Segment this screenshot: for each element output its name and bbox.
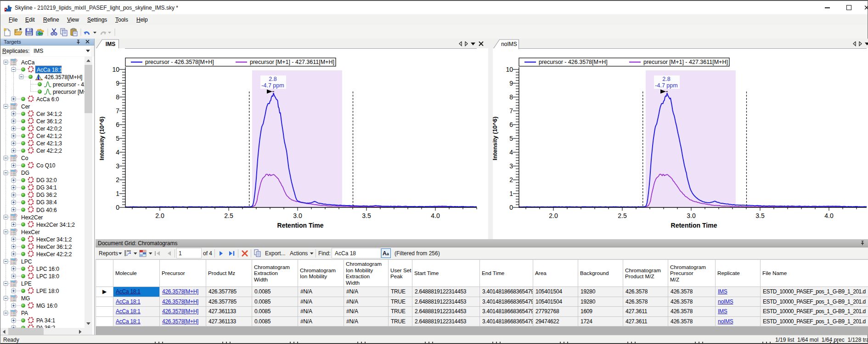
svg-text:8: 8 xyxy=(116,93,119,101)
svg-text:3: 3 xyxy=(116,162,119,170)
svg-text:2.8: 2.8 xyxy=(662,76,670,82)
svg-text:precursor [M+: precursor [M+ xyxy=(53,89,87,95)
svg-text:7: 7 xyxy=(116,107,119,115)
svg-text:7: 7 xyxy=(509,107,513,115)
svg-text:2.5: 2.5 xyxy=(618,212,627,219)
svg-text:4: 4 xyxy=(509,149,513,156)
svg-text:0: 0 xyxy=(509,204,513,211)
svg-text:1: 1 xyxy=(509,190,513,197)
svg-text:IMS: IMS xyxy=(106,41,115,47)
svg-text:LPC 18:0: LPC 18:0 xyxy=(36,273,59,280)
svg-text:LPE: LPE xyxy=(21,281,32,287)
svg-text:426.3578[M+H]: 426.3578[M+H] xyxy=(45,74,82,80)
svg-text:Cer: Cer xyxy=(21,103,30,110)
svg-text:8: 8 xyxy=(509,93,513,101)
svg-text:0: 0 xyxy=(116,204,119,211)
svg-text:Retention Time: Retention Time xyxy=(277,222,324,229)
svg-text:10: 10 xyxy=(112,66,119,73)
svg-text:10: 10 xyxy=(506,66,513,73)
svg-text:2.0: 2.0 xyxy=(549,212,558,219)
svg-text:DG 40:6: DG 40:6 xyxy=(36,207,57,213)
svg-text:PA 36:2: PA 36:2 xyxy=(36,325,55,328)
svg-text:2: 2 xyxy=(509,176,513,183)
svg-text:MG: MG xyxy=(21,295,30,302)
svg-text:1: 1 xyxy=(116,190,119,197)
svg-text:DG: DG xyxy=(21,170,29,176)
svg-text:PA: PA xyxy=(21,310,28,316)
svg-text:Cer 42:0;2: Cer 42:0;2 xyxy=(36,126,62,132)
svg-text:HexCer: HexCer xyxy=(21,229,40,235)
svg-text:noIMS: noIMS xyxy=(501,41,517,47)
svg-text:LPE 18:0: LPE 18:0 xyxy=(36,288,59,294)
svg-text:precursor [M+1] - 427.3611[M+H: precursor [M+1] - 427.3611[M+H] xyxy=(250,59,334,65)
svg-text:Intensity (10^6): Intensity (10^6) xyxy=(493,116,498,160)
svg-text:-4.7 ppm: -4.7 ppm xyxy=(655,82,677,89)
svg-text:precursor - 42: precursor - 42 xyxy=(53,81,87,88)
svg-text:2.0: 2.0 xyxy=(155,212,164,219)
svg-text:6: 6 xyxy=(116,121,119,128)
svg-text:AcCa: AcCa xyxy=(21,59,35,66)
svg-text:3.5: 3.5 xyxy=(362,212,371,219)
svg-text:DG 36:2: DG 36:2 xyxy=(36,192,57,198)
svg-text:Cer 34:1;2: Cer 34:1;2 xyxy=(36,111,62,117)
svg-text:Cer 36:1;2: Cer 36:1;2 xyxy=(36,118,62,125)
svg-text:DG 38:4: DG 38:4 xyxy=(36,199,57,206)
svg-text:PA 34:1: PA 34:1 xyxy=(36,317,55,324)
svg-text:9: 9 xyxy=(509,80,513,87)
svg-text:Cer 42:2;2: Cer 42:2;2 xyxy=(36,148,62,154)
svg-text:3: 3 xyxy=(509,162,513,170)
svg-text:DG 32:0: DG 32:0 xyxy=(36,177,57,183)
svg-text:Co Q10: Co Q10 xyxy=(36,162,56,169)
svg-text:precursor - 426.3578[M+H]: precursor - 426.3578[M+H] xyxy=(145,59,214,65)
svg-text:3.0: 3.0 xyxy=(293,212,302,219)
svg-text:LPC 16:0: LPC 16:0 xyxy=(36,266,59,272)
svg-text:4.0: 4.0 xyxy=(824,212,834,219)
svg-text:Hex2Cer 34:1;2: Hex2Cer 34:1;2 xyxy=(36,222,75,228)
svg-text:Retention Time: Retention Time xyxy=(671,222,717,229)
svg-text:LPC: LPC xyxy=(21,258,32,265)
svg-text:HexCer 34:1;2: HexCer 34:1;2 xyxy=(36,236,72,243)
svg-text:DG 34:1: DG 34:1 xyxy=(36,184,57,191)
svg-text:4: 4 xyxy=(116,149,119,156)
svg-text:precursor - 426.3578[M+H]: precursor - 426.3578[M+H] xyxy=(539,59,608,65)
svg-text:MG 16:0: MG 16:0 xyxy=(36,303,57,309)
svg-text:-4.7 ppm: -4.7 ppm xyxy=(261,82,284,89)
svg-text:2.5: 2.5 xyxy=(224,212,233,219)
svg-text:Co: Co xyxy=(21,155,28,161)
svg-text:AcCa 18:1: AcCa 18:1 xyxy=(37,67,62,73)
svg-text:3.5: 3.5 xyxy=(755,212,765,219)
svg-text:9: 9 xyxy=(116,80,119,87)
svg-text:5: 5 xyxy=(116,135,119,142)
svg-text:3.0: 3.0 xyxy=(687,212,696,219)
svg-text:Cer 42:1;3: Cer 42:1;3 xyxy=(36,140,62,147)
svg-text:6: 6 xyxy=(509,121,513,128)
svg-text:AcCa 6:0: AcCa 6:0 xyxy=(36,96,59,103)
svg-text:5: 5 xyxy=(509,135,513,142)
svg-text:Intensity (10^6): Intensity (10^6) xyxy=(98,116,105,160)
svg-text:Hex2Cer: Hex2Cer xyxy=(21,214,43,221)
svg-text:2: 2 xyxy=(116,176,119,183)
svg-text:HexCer 42:2;2: HexCer 42:2;2 xyxy=(36,251,72,258)
svg-text:precursor [M+1] - 427.3611[M+H: precursor [M+1] - 427.3611[M+H] xyxy=(643,59,728,65)
svg-text:4.0: 4.0 xyxy=(431,212,440,219)
svg-text:2.8: 2.8 xyxy=(269,76,276,82)
svg-text:HexCer 36:1;2: HexCer 36:1;2 xyxy=(36,244,72,250)
svg-text:Cer 42:1;2: Cer 42:1;2 xyxy=(36,133,62,139)
